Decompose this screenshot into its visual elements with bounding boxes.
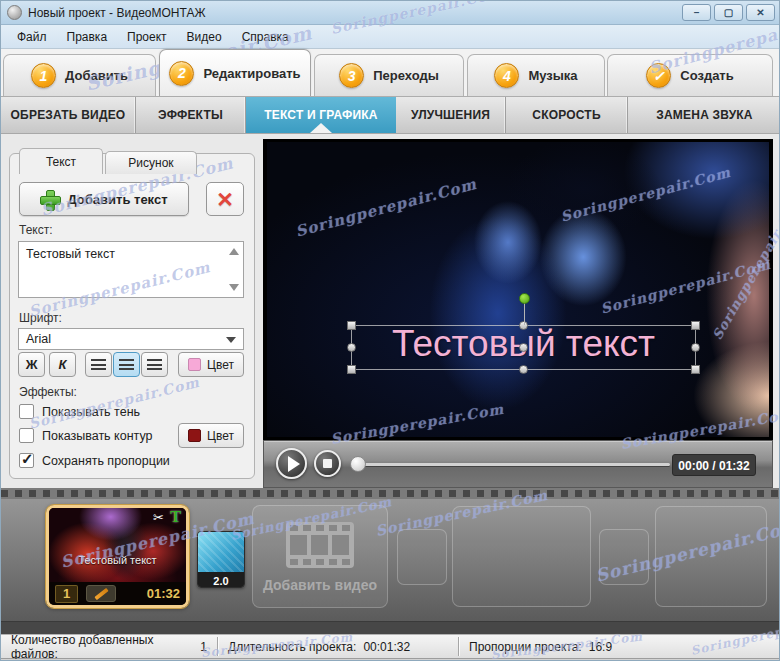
- effects-label: Эффекты:: [19, 385, 77, 399]
- clip-duration: 01:32: [147, 586, 180, 601]
- panel-tab-picture[interactable]: Рисунок: [105, 151, 197, 174]
- checkbox-keep-proportions[interactable]: ✓ Сохранять пропорции: [19, 453, 170, 468]
- check-icon: ✓: [21, 450, 34, 468]
- transition-slot-placeholder: [397, 529, 447, 585]
- status-bar: Количество добавленных файлов: 1 Длитель…: [1, 634, 780, 659]
- film-strip-icon: [285, 521, 355, 569]
- step-tab-music[interactable]: 4 Музыка: [467, 54, 605, 96]
- scroll-up-icon[interactable]: [229, 248, 239, 255]
- font-label: Шрифт:: [19, 311, 62, 325]
- subtab-effects[interactable]: ЭФФЕКТЫ: [136, 97, 246, 133]
- chevron-down-icon: [226, 337, 236, 343]
- transition-preview: [198, 532, 244, 572]
- stop-button[interactable]: [314, 450, 341, 477]
- video-preview: Тестовый текст: [263, 139, 773, 440]
- contour-color-swatch: [188, 429, 201, 442]
- video-frame: [267, 142, 769, 437]
- subtab-text-graphics[interactable]: ТЕКСТ И ГРАФИКА: [246, 97, 396, 133]
- checkmark-badge-icon: ✓: [646, 63, 671, 88]
- handle-bottom-center[interactable]: [519, 365, 528, 374]
- checkbox-box: [19, 404, 34, 419]
- menu-item-project[interactable]: Проект: [117, 27, 177, 47]
- text-input[interactable]: Тестовый текст: [18, 241, 244, 298]
- step-badge-3: 3: [339, 63, 364, 88]
- edit-subtabs: ОБРЕЗАТЬ ВИДЕО ЭФФЕКТЫ ТЕКСТ И ГРАФИКА У…: [1, 96, 780, 134]
- clip-info-bar: 1 01:32: [49, 582, 186, 605]
- align-right-button[interactable]: [141, 352, 168, 377]
- text-color-button[interactable]: Цвет: [178, 352, 244, 377]
- add-video-button[interactable]: Добавить видео: [252, 505, 388, 608]
- align-center-button[interactable]: [113, 352, 140, 377]
- step-tab-transitions[interactable]: 3 Переходы: [314, 54, 464, 96]
- clip-slot-placeholder: [655, 506, 767, 607]
- align-left-button[interactable]: [85, 352, 112, 377]
- handle-top-left[interactable]: [347, 321, 356, 330]
- checkbox-show-contour[interactable]: Показывать контур: [19, 428, 153, 443]
- player-bar: 00:00 / 01:32: [263, 440, 773, 488]
- add-text-button[interactable]: Добавить текст: [19, 182, 189, 216]
- align-right-icon: [147, 359, 162, 370]
- bold-button[interactable]: Ж: [18, 352, 45, 377]
- window-title: Новый проект - ВидеоМОНТАЖ: [28, 6, 206, 20]
- contour-color-button[interactable]: Цвет: [178, 423, 244, 448]
- edit-clip-button[interactable]: [86, 585, 116, 602]
- menubar: Файл Правка Проект Видео Справка: [1, 25, 780, 49]
- seek-slider[interactable]: [357, 463, 670, 466]
- subtab-sound-replace[interactable]: ЗАМЕНА ЗВУКА: [628, 97, 780, 133]
- step-tab-edit[interactable]: 2 Редактировать: [159, 49, 311, 96]
- text-overlay-selection[interactable]: Тестовый текст: [351, 325, 696, 370]
- menu-item-file[interactable]: Файл: [7, 27, 57, 47]
- film-sprockets: [1, 488, 780, 499]
- status-files-value: 1: [200, 640, 207, 654]
- handle-mid-right[interactable]: [691, 343, 700, 352]
- step-tabs: 1 Добавить 2 Редактировать 3 Переходы 4 …: [1, 49, 780, 96]
- status-aspect: Пропорции проекта: 16:9: [459, 635, 622, 658]
- transition-thumbnail[interactable]: 2.0: [197, 531, 245, 588]
- panel-tab-text[interactable]: Текст: [19, 148, 103, 174]
- handle-top-right[interactable]: [691, 321, 700, 330]
- text-tool-icon: T: [170, 508, 181, 526]
- handle-bottom-right[interactable]: [691, 365, 700, 374]
- close-button[interactable]: ✕: [746, 4, 775, 21]
- step-tab-add[interactable]: 1 Добавить: [3, 54, 156, 96]
- clip-number-badge: 1: [55, 585, 78, 603]
- status-files: Количество добавленных файлов: 1: [1, 635, 217, 658]
- checkbox-show-shadow[interactable]: Показывать тень: [19, 404, 140, 419]
- handle-center[interactable]: [519, 343, 528, 352]
- window-titlebar: Новый проект - ВидеоМОНТАЖ – ▢ ✕: [1, 1, 780, 25]
- transition-slot-placeholder: [599, 529, 649, 585]
- subtab-speed[interactable]: СКОРОСТЬ: [506, 97, 628, 133]
- minimize-button[interactable]: –: [682, 4, 711, 21]
- menu-item-video[interactable]: Видео: [177, 27, 232, 47]
- maximize-button[interactable]: ▢: [714, 4, 743, 21]
- scissors-icon: ✂: [153, 510, 164, 525]
- delete-text-button[interactable]: ✕: [206, 182, 244, 216]
- step-badge-1: 1: [31, 63, 56, 88]
- align-center-icon: [119, 359, 134, 370]
- text-color-swatch: [188, 358, 201, 371]
- subtab-trim-video[interactable]: ОБРЕЗАТЬ ВИДЕО: [1, 97, 136, 133]
- clip-frame: [49, 508, 186, 582]
- stop-icon: [323, 459, 332, 468]
- app-icon: [7, 5, 22, 20]
- clip-thumbnail[interactable]: Тестовый текст ✂ T 1 01:32: [46, 505, 189, 608]
- menu-item-edit[interactable]: Правка: [57, 27, 118, 47]
- align-left-icon: [91, 359, 106, 370]
- app-window: Новый проект - ВидеоМОНТАЖ – ▢ ✕ Файл Пр…: [0, 0, 780, 661]
- handle-mid-left[interactable]: [347, 343, 356, 352]
- play-button[interactable]: [276, 448, 307, 479]
- step-tab-create[interactable]: ✓ Создать: [607, 54, 773, 96]
- seek-thumb[interactable]: [350, 456, 366, 472]
- rotation-handle[interactable]: [519, 293, 530, 304]
- text-label: Текст:: [19, 223, 53, 237]
- pencil-icon: [95, 588, 109, 600]
- menu-item-help[interactable]: Справка: [232, 27, 299, 47]
- checkbox-box: [19, 428, 34, 443]
- scroll-down-icon[interactable]: [229, 284, 239, 291]
- clip-slot-placeholder: [452, 506, 591, 607]
- subtab-enhancements[interactable]: УЛУЧШЕНИЯ: [396, 97, 506, 133]
- handle-bottom-left[interactable]: [347, 365, 356, 374]
- status-duration-value: 00:01:32: [363, 640, 410, 654]
- font-select[interactable]: Arial: [18, 328, 244, 350]
- italic-button[interactable]: К: [49, 352, 76, 377]
